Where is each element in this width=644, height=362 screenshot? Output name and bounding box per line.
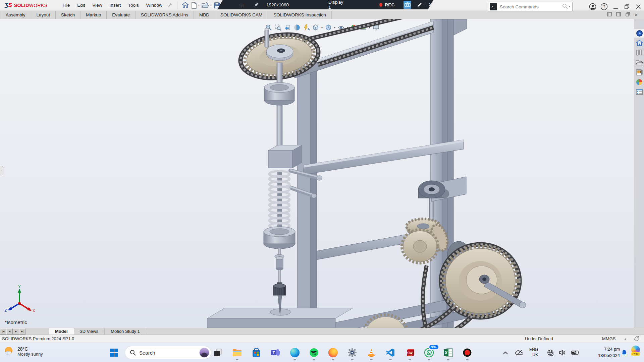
tab-scroll-next-button[interactable]: ▶	[13, 328, 19, 335]
annotate-pencil-button[interactable]	[417, 1, 422, 8]
view-palette-icon[interactable]	[634, 68, 644, 76]
clock-widget[interactable]: 7:24 pm 13/05/2024	[588, 346, 620, 359]
heads-up-view-toolbar: A ▾ ▾ ▾ ▾	[264, 23, 380, 32]
tag-icon[interactable]	[634, 336, 639, 342]
file-explorer-button[interactable]	[230, 347, 244, 359]
tab-markup[interactable]: Markup	[80, 11, 107, 19]
design-library-icon[interactable]	[634, 49, 644, 57]
account-icon[interactable]	[587, 2, 598, 12]
tab-solidworks-inspection[interactable]: SOLIDWORKS Inspection	[268, 11, 332, 19]
whatsapp-button[interactable]: 99+	[422, 347, 436, 359]
tab-scroll-last-button[interactable]: ▶|	[19, 328, 25, 335]
new-dropdown-arrow[interactable]: ▾	[198, 4, 200, 7]
zoom-to-area-icon[interactable]	[274, 23, 282, 32]
menu-tools[interactable]: Tools	[124, 1, 143, 10]
task-view-button[interactable]	[211, 347, 225, 359]
recorder-menu-icon[interactable]: ≡	[239, 2, 244, 8]
dynamic-annotation-icon[interactable]: A	[302, 23, 311, 32]
edit-appearance-icon[interactable]	[350, 23, 358, 32]
svg-text:2024: 2024	[408, 355, 412, 357]
language-indicator[interactable]: ENG UK	[529, 347, 538, 357]
search-dropdown-arrow[interactable]: ▾	[569, 5, 570, 8]
minimize-button[interactable]	[610, 2, 621, 12]
appearances-scenes-icon[interactable]	[634, 78, 644, 86]
units-selector[interactable]: MMGS	[602, 336, 615, 341]
section-view-icon[interactable]	[292, 23, 301, 32]
custom-properties-icon[interactable]	[634, 87, 644, 96]
product-version-label: SOLIDWORKS Premium 2024 SP1.0	[2, 336, 74, 341]
edge-button[interactable]	[288, 347, 302, 359]
tab-solidworks-cam[interactable]: SOLIDWORKS CAM	[215, 11, 268, 19]
tab-motion-study-1[interactable]: Motion Study 1	[105, 328, 146, 335]
tab-solidworks-add-ins[interactable]: SOLIDWORKS Add-Ins	[136, 11, 194, 19]
running-indicator	[409, 359, 411, 360]
copilot-icon[interactable]: PRE	[630, 346, 641, 356]
view-settings-icon[interactable]	[372, 23, 380, 32]
help-icon[interactable]: ?	[598, 2, 610, 12]
volume-icon[interactable]	[557, 347, 568, 359]
featuremanager-flyout-tab[interactable]: ◦	[0, 166, 3, 175]
notification-bell-icon[interactable]	[619, 347, 629, 359]
network-status-icon[interactable]	[545, 347, 555, 359]
menu-view[interactable]: View	[89, 1, 106, 10]
screen-recorder-button[interactable]	[461, 347, 474, 359]
apply-scene-dropdown[interactable]: ▾	[369, 26, 370, 29]
close-button[interactable]	[633, 2, 644, 12]
battery-icon[interactable]	[570, 347, 581, 359]
zoom-to-fit-icon[interactable]	[264, 23, 273, 32]
menu-pin-icon[interactable]	[167, 2, 172, 8]
home-button[interactable]	[181, 1, 190, 10]
units-dropdown-arrow[interactable]: ▴	[625, 337, 626, 340]
vscode-button[interactable]	[384, 347, 397, 359]
search-commands-input[interactable]	[500, 4, 562, 9]
task-pane-home-icon[interactable]	[634, 39, 644, 47]
start-button[interactable]	[109, 347, 119, 358]
tab-sketch[interactable]: Sketch	[56, 11, 80, 19]
new-document-button[interactable]	[190, 1, 198, 10]
microsoft-store-button[interactable]	[250, 347, 263, 359]
ds-logo-mark: Ʒ	[5, 2, 8, 9]
hide-show-dropdown[interactable]: ▾	[347, 26, 348, 29]
apply-scene-icon[interactable]	[359, 23, 368, 32]
tab-mbd[interactable]: MBD	[194, 11, 215, 19]
weather-widget[interactable]: 28°C Mostly sunny	[3, 346, 43, 357]
view-orientation-dropdown[interactable]: ▾	[321, 26, 323, 29]
taskbar-search[interactable]: Search	[125, 346, 211, 359]
menu-window[interactable]: Window	[143, 1, 166, 10]
menu-file[interactable]: File	[59, 1, 73, 10]
tab-scroll-prev-button[interactable]: ◀	[6, 328, 13, 335]
excel-button[interactable]: X	[441, 347, 455, 359]
onedrive-offline-icon[interactable]	[514, 347, 525, 359]
open-button[interactable]	[201, 1, 210, 9]
display-style-icon[interactable]	[324, 23, 333, 32]
previous-view-icon[interactable]	[283, 23, 292, 32]
teams-button[interactable]: T	[269, 347, 282, 359]
screenshot-camera-button[interactable]	[404, 1, 411, 9]
search-icon[interactable]	[562, 3, 568, 10]
view-orientation-icon[interactable]	[311, 23, 320, 32]
tab-assembly[interactable]: Assembly	[0, 11, 31, 19]
restore-button[interactable]	[621, 2, 633, 12]
file-explorer-icon[interactable]	[634, 58, 644, 67]
tab-layout[interactable]: Layout	[31, 11, 56, 19]
menu-edit[interactable]: Edit	[73, 1, 89, 10]
settings-button[interactable]	[345, 347, 359, 359]
menu-insert[interactable]: Insert	[106, 1, 124, 10]
recorder-pin-icon[interactable]	[254, 2, 259, 8]
graphics-viewport[interactable]: A ▾ ▾ ▾ ▾	[0, 19, 634, 328]
display-style-dropdown[interactable]: ▾	[334, 26, 335, 29]
recording-label: REC	[385, 2, 395, 7]
firefox-button[interactable]	[326, 347, 340, 359]
tab-evaluate[interactable]: Evaluate	[107, 11, 136, 19]
3dexperience-icon[interactable]	[634, 29, 644, 38]
solidworks-button[interactable]: SW2024	[403, 347, 417, 359]
tab-scroll-first-button[interactable]: |◀	[0, 328, 6, 335]
search-highlight-image[interactable]	[199, 348, 209, 358]
tray-overflow-chevron[interactable]	[500, 347, 511, 359]
tab-3d-views[interactable]: 3D Views	[74, 328, 105, 335]
vlc-button[interactable]	[365, 347, 378, 359]
open-dropdown-arrow[interactable]: ▾	[210, 4, 212, 7]
spotify-button[interactable]	[307, 347, 321, 359]
hide-show-items-icon[interactable]	[337, 23, 345, 32]
tab-model[interactable]: Model	[49, 328, 74, 335]
